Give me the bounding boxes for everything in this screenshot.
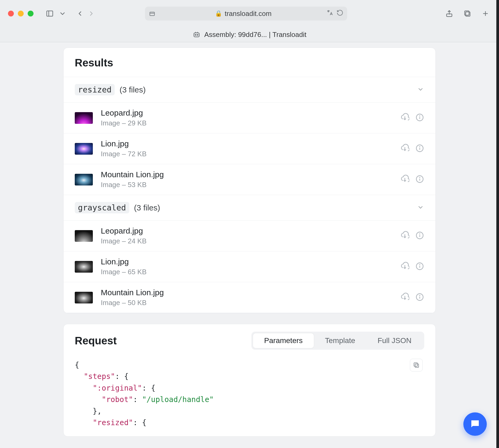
address-bar-domain: 🔒 transloadit.com <box>160 10 326 18</box>
file-meta: Image – 65 KB <box>101 268 147 276</box>
info-icon[interactable] <box>415 144 424 154</box>
svg-point-11 <box>197 35 198 36</box>
tab-group-dropdown[interactable] <box>57 8 68 19</box>
svg-rect-5 <box>466 12 470 16</box>
tab-full-json[interactable]: Full JSON <box>366 333 423 348</box>
svg-rect-9 <box>194 33 199 37</box>
tab-bar: Assembly: 99dd76... | Transloadit <box>0 27 499 42</box>
window-minimize-button[interactable] <box>18 11 24 16</box>
request-title: Request <box>75 335 117 347</box>
code-text: { "steps": { ":original": { "robot": "/u… <box>75 359 424 428</box>
results-title: Results <box>75 57 113 69</box>
result-group-header[interactable]: grayscaled(3 files) <box>64 195 435 220</box>
file-meta: Image – 24 KB <box>101 237 147 245</box>
svg-rect-37 <box>414 363 417 366</box>
info-icon[interactable] <box>415 262 424 272</box>
result-group: grayscaled(3 files)Leopard.jpgImage – 24… <box>64 195 435 313</box>
scrollbar-track[interactable] <box>496 0 499 448</box>
tab-template[interactable]: Template <box>314 333 367 348</box>
chevron-down-icon <box>417 204 424 212</box>
tabs-overview-button[interactable] <box>462 8 473 19</box>
file-row: Mountain Lion.jpgImage – 50 KB <box>64 282 435 313</box>
file-name: Leopard.jpg <box>101 108 147 117</box>
address-bar[interactable]: 🔒 transloadit.com <box>145 7 347 20</box>
window-zoom-button[interactable] <box>28 11 34 16</box>
site-settings-icon[interactable] <box>149 10 156 17</box>
svg-point-31 <box>419 264 420 265</box>
info-icon[interactable] <box>415 293 424 303</box>
results-header: Results <box>64 48 435 77</box>
file-name: Mountain Lion.jpg <box>101 288 164 297</box>
info-icon[interactable] <box>415 113 424 123</box>
download-icon[interactable] <box>400 144 409 154</box>
file-meta: Image – 72 KB <box>101 150 147 158</box>
results-card: Results resized(3 files)Leopard.jpgImage… <box>63 48 436 313</box>
group-tag: resized <box>75 84 115 95</box>
download-icon[interactable] <box>400 293 409 303</box>
file-thumbnail[interactable] <box>75 143 93 155</box>
file-row: Mountain Lion.jpgImage – 53 KB <box>64 164 435 195</box>
file-name: Lion.jpg <box>101 139 147 148</box>
window-controls <box>8 11 34 16</box>
file-name: Mountain Lion.jpg <box>101 170 164 179</box>
translate-icon[interactable] <box>326 9 333 18</box>
file-row: Lion.jpgImage – 72 KB <box>64 133 435 164</box>
svg-point-15 <box>419 116 420 116</box>
sidebar-toggle-button[interactable] <box>44 8 55 19</box>
svg-point-35 <box>419 295 420 295</box>
svg-point-19 <box>419 146 420 147</box>
tab-title[interactable]: Assembly: 99dd76... | Transloadit <box>204 31 306 39</box>
reload-icon[interactable] <box>336 9 343 18</box>
request-code-block: { "steps": { ":original": { "robot": "/u… <box>64 357 435 436</box>
file-thumbnail[interactable] <box>75 112 93 124</box>
chat-fab[interactable] <box>463 412 487 436</box>
file-row: Leopard.jpgImage – 24 KB <box>64 220 435 251</box>
new-tab-button[interactable] <box>480 8 491 19</box>
file-thumbnail[interactable] <box>75 292 93 303</box>
file-meta: Image – 50 KB <box>101 299 164 307</box>
info-icon[interactable] <box>415 231 424 241</box>
svg-rect-6 <box>465 11 469 15</box>
svg-rect-2 <box>150 12 155 16</box>
tab-parameters[interactable]: Parameters <box>253 333 314 348</box>
file-thumbnail[interactable] <box>75 230 93 242</box>
file-row: Leopard.jpgImage – 29 KB <box>64 102 435 133</box>
browser-toolbar: 🔒 transloadit.com <box>0 0 499 27</box>
page-content: Results resized(3 files)Leopard.jpgImage… <box>0 42 499 448</box>
file-thumbnail[interactable] <box>75 174 93 185</box>
result-group-header[interactable]: resized(3 files) <box>64 77 435 102</box>
svg-rect-0 <box>47 11 53 16</box>
svg-point-27 <box>419 234 420 234</box>
info-icon[interactable] <box>415 175 424 185</box>
group-tag: grayscaled <box>75 202 129 213</box>
copy-code-button[interactable] <box>410 359 423 371</box>
file-thumbnail[interactable] <box>75 261 93 273</box>
request-card: Request Parameters Template Full JSON { … <box>63 324 436 437</box>
result-group: resized(3 files)Leopard.jpgImage – 29 KB… <box>64 77 435 195</box>
file-meta: Image – 29 KB <box>101 119 147 127</box>
download-icon[interactable] <box>400 262 409 272</box>
file-name: Leopard.jpg <box>101 226 147 235</box>
svg-point-10 <box>195 35 196 36</box>
request-tabs: Parameters Template Full JSON <box>251 332 424 350</box>
file-meta: Image – 53 KB <box>101 181 164 189</box>
download-icon[interactable] <box>400 231 409 241</box>
svg-rect-36 <box>415 364 419 367</box>
lock-icon: 🔒 <box>215 10 222 17</box>
chevron-down-icon <box>417 86 424 94</box>
svg-point-23 <box>419 177 420 177</box>
download-icon[interactable] <box>400 175 409 185</box>
domain-text: transloadit.com <box>225 10 272 18</box>
group-count: (3 files) <box>134 203 160 212</box>
file-name: Lion.jpg <box>101 257 147 266</box>
nav-back-button[interactable] <box>74 8 86 19</box>
nav-forward-button[interactable] <box>86 8 97 19</box>
download-icon[interactable] <box>400 113 409 123</box>
browser-chrome: 🔒 transloadit.com <box>0 0 499 42</box>
file-row: Lion.jpgImage – 65 KB <box>64 251 435 282</box>
favicon-icon <box>193 31 201 39</box>
request-header: Request Parameters Template Full JSON <box>64 324 435 357</box>
share-button[interactable] <box>444 8 455 19</box>
window-close-button[interactable] <box>8 11 14 16</box>
group-count: (3 files) <box>119 85 145 94</box>
